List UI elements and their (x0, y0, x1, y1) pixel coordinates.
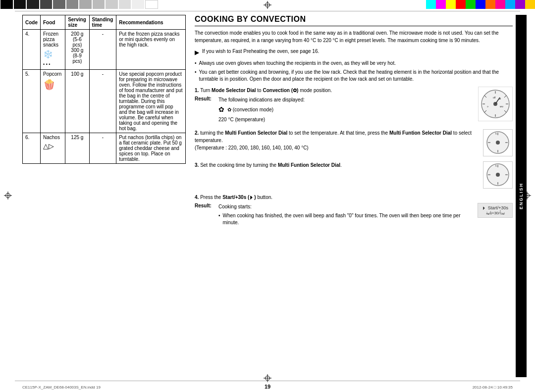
step-2-header: 2. turning the Multi Funtion Selector Di… (195, 129, 479, 151)
step-number: 3. (195, 162, 200, 168)
food-name: Popcorn (43, 71, 61, 77)
col-serving: Serving size (65, 15, 89, 30)
step-1-header: 1. Turn Mode Selector Dial to Convection… (195, 87, 474, 94)
row-code: 6. (23, 133, 41, 164)
step-2: 2. turning the Multi Funtion Selector Di… (195, 129, 513, 156)
temperature-row: 220 °C (temperature) (218, 116, 305, 123)
bullet-icon: • (218, 212, 220, 226)
bullet-section: • Always use oven gloves when touching t… (195, 60, 513, 83)
reg-mark-left (4, 192, 12, 200)
svg-point-16 (496, 141, 500, 145)
bullet-text: Always use oven gloves when touching the… (199, 60, 396, 67)
result-bullet-4: • When cooking has finished, the oven wi… (218, 212, 474, 226)
bullet-icon: • (195, 60, 197, 67)
svg-text:MW: MW (500, 105, 503, 108)
page-footer: CE115P-X_ZAM_DE68-04003S_EN.indd 19 2012… (0, 385, 535, 390)
bullet-icon: • (195, 69, 197, 83)
step-3-text: 3. Set the cooking time by turning the M… (195, 161, 479, 171)
bullet-item: • You can get better cooking and brownin… (195, 69, 513, 83)
food-table-container: Code Food Serving size Standing time Rec… (22, 15, 186, 377)
intro-text: The convection mode enables you to cook … (195, 29, 513, 44)
col-food: Food (41, 15, 65, 30)
step-4-header: 4. Press the Start/+30s (⏵) button. (195, 194, 513, 201)
row-recommendation: Put the frozen pizza snacks or mini quic… (116, 30, 186, 70)
footer-right: 2012-08-24 □ 10:49:35 (473, 385, 513, 390)
col-code: Code (23, 15, 41, 30)
right-column: ENGLISH COOKING BY CONVECTION The convec… (195, 15, 513, 377)
row-recommendation: Use special popcorn product for preparin… (116, 70, 186, 133)
language-label: ENGLISH (519, 183, 524, 209)
row-serving: 125 g (65, 133, 89, 164)
result-block-4: Result: Cooking starts: • When cooking h… (195, 203, 513, 228)
step-1-text: 1. Turn Mode Selector Dial to Convection… (195, 87, 474, 124)
result-content: The following indications are displayed:… (218, 96, 305, 124)
bullet-text: You can get better cooking and browning,… (199, 69, 513, 83)
row-standing: - (89, 133, 116, 164)
content-area: Code Food Serving size Standing time Rec… (22, 15, 513, 377)
note-text: If you wish to Fast Preheating the oven,… (202, 48, 319, 55)
temperature-text: 220 °C (temperature) (218, 116, 265, 123)
result-content-4: Cooking starts: • When cooking has finis… (218, 203, 474, 228)
col-recommendations: Recommendations (116, 15, 186, 30)
start-btn-container: ⏵ Start/+30s تبدأ/30+ثانية (478, 203, 513, 218)
arabic-label: تبدأ/30+ثانية (486, 211, 505, 215)
step-3-header: 3. Set the cooking time by turning the M… (195, 161, 479, 169)
food-icon: ❄️• • • (43, 49, 62, 68)
step-2-content: 2. turning the Multi Funtion Selector Di… (195, 129, 513, 156)
food-name: Nachos (43, 135, 60, 140)
convection-icon: ✿ (218, 104, 224, 115)
selector-dial-svg: h (485, 130, 510, 155)
step-3-diagram: h (483, 161, 513, 189)
step-3: 3. Set the cooking time by turning the M… (195, 161, 513, 189)
food-icon: △▷ (43, 142, 62, 150)
result-text-4: Cooking starts: (218, 203, 474, 210)
mode-dial-svg: off ⟳ ✿ MW (480, 89, 511, 119)
row-standing: - (89, 70, 116, 133)
row-code: 5. (23, 70, 41, 133)
convection-mode-row: ✿ ✿ (convection mode) (218, 104, 305, 115)
footer-left: CE115P-X_ZAM_DE68-04003S_EN.indd 19 (22, 385, 101, 390)
svg-text:off: off (493, 96, 496, 99)
fast-preheat-icon: ▶ (195, 49, 199, 57)
step-number: 4. (195, 195, 200, 200)
english-sidebar: ENGLISH (516, 15, 527, 377)
food-icon: 🍿 (43, 79, 62, 91)
step-number: 1. (195, 88, 200, 93)
step-1: 1. Turn Mode Selector Dial to Convection… (195, 87, 513, 124)
row-standing: - (89, 30, 116, 70)
food-name: Frozen pizza snacks (43, 31, 58, 48)
svg-text:h: h (495, 164, 497, 167)
result-label-4: Result: (195, 203, 214, 208)
note-row: ▶ If you wish to Fast Preheating the ove… (195, 48, 513, 57)
result-label: Result: (195, 96, 214, 101)
start-button-diagram: ⏵ Start/+30s تبدأ/30+ثانية (478, 203, 513, 218)
result-text: The following indications are displayed: (218, 96, 305, 103)
page-border-top (15, 11, 520, 11)
row-code: 4. (23, 30, 41, 70)
step-3-content: 3. Set the cooking time by turning the M… (195, 161, 513, 189)
result-bullet-text: When cooking has finished, the oven will… (223, 212, 474, 226)
convection-mode-text: ✿ (convection mode) (227, 106, 273, 113)
color-bars (426, 0, 535, 9)
step-4: 4. Press the Start/+30s (⏵) button. Resu… (195, 194, 513, 228)
row-food: Nachos △▷ (41, 133, 65, 164)
row-serving: 200 g (5-6 pcs) 300 g (8-9 pcs) (65, 30, 89, 70)
step-1-content: 1. Turn Mode Selector Dial to Convection… (195, 87, 513, 124)
start-icon: ⏵ (482, 205, 486, 210)
bullet-item: • Always use oven gloves when touching t… (195, 60, 513, 67)
timer-dial-svg: h (485, 162, 510, 187)
mode-selector-diagram: off ⟳ ✿ MW (478, 87, 513, 121)
step-number: 2. (195, 130, 200, 136)
row-food: Frozen pizza snacks ❄️• • • (41, 30, 65, 70)
svg-text:h: h (495, 132, 497, 135)
food-table: Code Food Serving size Standing time Rec… (22, 15, 186, 164)
row-food: Popcorn 🍿 (41, 70, 65, 133)
step-2-text: 2. turning the Multi Funtion Selector Di… (195, 129, 479, 153)
black-bars (0, 0, 159, 9)
section-title: COOKING BY CONVECTION (195, 15, 513, 26)
page-border-bottom (15, 381, 520, 381)
row-serving: 100 g (65, 70, 89, 133)
table-row: 4. Frozen pizza snacks ❄️• • • 200 g (5-… (23, 30, 186, 70)
result-block-1: Result: The following indications are di… (195, 96, 474, 124)
step-2-diagram: h (483, 129, 513, 156)
